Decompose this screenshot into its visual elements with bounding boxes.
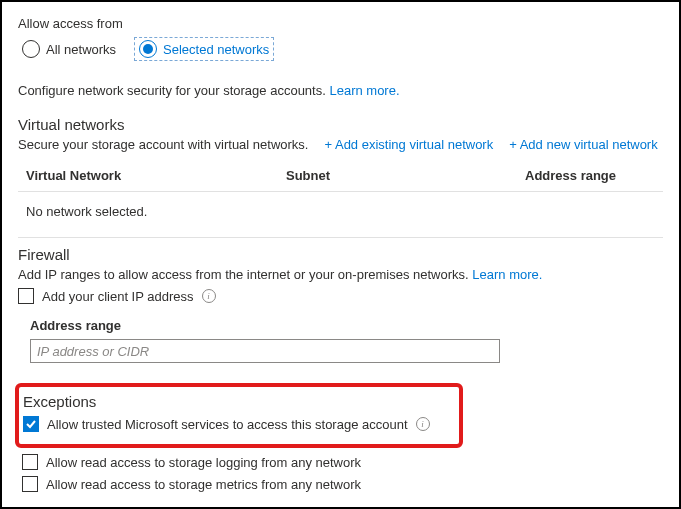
radio-all-networks[interactable]: All networks xyxy=(18,38,120,60)
add-new-vnet-link[interactable]: + Add new virtual network xyxy=(509,137,658,152)
intro-text: Configure network security for your stor… xyxy=(18,83,663,98)
exceptions-highlight: Exceptions Allow trusted Microsoft servi… xyxy=(15,383,463,448)
vnet-title: Virtual networks xyxy=(18,116,663,133)
learn-more-link[interactable]: Learn more. xyxy=(329,83,399,98)
col-address-range: Address range xyxy=(525,168,655,183)
allow-metrics-checkbox[interactable] xyxy=(22,476,38,492)
add-client-ip-checkbox[interactable] xyxy=(18,288,34,304)
vnet-empty-row: No network selected. xyxy=(18,192,663,238)
vnet-desc: Secure your storage account with virtual… xyxy=(18,137,308,152)
address-range-label: Address range xyxy=(30,318,663,333)
col-subnet: Subnet xyxy=(286,168,525,183)
firewall-learn-more-link[interactable]: Learn more. xyxy=(472,267,542,282)
vnet-table: Virtual Network Subnet Address range No … xyxy=(18,160,663,238)
radio-icon xyxy=(22,40,40,58)
add-client-ip-label: Add your client IP address xyxy=(42,289,194,304)
info-icon[interactable]: i xyxy=(416,417,430,431)
add-existing-vnet-link[interactable]: + Add existing virtual network xyxy=(324,137,493,152)
allow-trusted-services-checkbox[interactable] xyxy=(23,416,39,432)
allow-logging-checkbox[interactable] xyxy=(22,454,38,470)
allow-trusted-services-label: Allow trusted Microsoft services to acce… xyxy=(47,417,408,432)
exceptions-title: Exceptions xyxy=(23,393,451,410)
info-icon[interactable]: i xyxy=(202,289,216,303)
firewall-title: Firewall xyxy=(18,246,663,263)
radio-all-networks-label: All networks xyxy=(46,42,116,57)
allow-access-label: Allow access from xyxy=(18,16,663,31)
firewall-desc: Add IP ranges to allow access from the i… xyxy=(18,267,469,282)
intro-desc: Configure network security for your stor… xyxy=(18,83,326,98)
allow-metrics-label: Allow read access to storage metrics fro… xyxy=(46,477,361,492)
radio-selected-networks-label: Selected networks xyxy=(163,42,269,57)
allow-logging-label: Allow read access to storage logging fro… xyxy=(46,455,361,470)
col-virtual-network: Virtual Network xyxy=(26,168,286,183)
radio-selected-networks[interactable]: Selected networks xyxy=(134,37,274,61)
radio-icon xyxy=(139,40,157,58)
access-radio-group: All networks Selected networks xyxy=(18,37,663,61)
address-range-input[interactable] xyxy=(30,339,500,363)
